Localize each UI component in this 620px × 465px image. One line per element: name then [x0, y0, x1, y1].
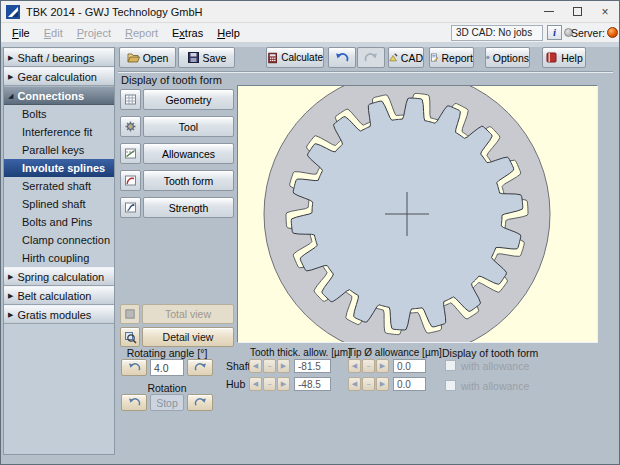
menu-report[interactable]: Report [118, 25, 165, 41]
module-sidebar: ▶Shaft / bearings▶Gear calculation◢Conne… [3, 47, 115, 455]
rotate-ccw-icon [128, 362, 141, 373]
window-title: TBK 2014 - GWJ Technology GmbH [26, 6, 202, 18]
hub-tip-stepper-reset[interactable]: − [362, 377, 375, 391]
menu-edit[interactable]: Edit [37, 25, 70, 41]
tooth-form-button[interactable]: Tooth form [143, 170, 234, 191]
rotate-ccw-button[interactable] [121, 359, 147, 376]
stop-button[interactable]: Stop [150, 394, 184, 411]
allowances-icon-button[interactable] [120, 143, 141, 164]
geometry-icon-button[interactable] [120, 89, 141, 110]
sidebar-item-clamp-connection[interactable]: Clamp connection [4, 231, 114, 249]
detail-view-button[interactable]: Detail view [142, 327, 234, 347]
sidebar-item-serrated-shaft[interactable]: Serrated shaft [4, 177, 114, 195]
stop-label: Stop [156, 397, 178, 409]
maximize-button[interactable] [563, 1, 591, 22]
maximize-icon [573, 7, 582, 16]
cad-label: CAD [401, 52, 423, 64]
sidebar-item-bolts[interactable]: Bolts [4, 105, 114, 123]
sidebar-item-interference-fit[interactable]: Interference fit [4, 123, 114, 141]
calculator-icon [267, 52, 278, 64]
hub-label: Hub [226, 378, 245, 390]
menu-extras[interactable]: Extras [165, 25, 210, 41]
magnifier-icon [124, 331, 137, 344]
hub-tip-stepper-prev[interactable]: ◀ [348, 377, 361, 391]
sidebar-header-connections[interactable]: ◢Connections [4, 86, 114, 105]
shaft-tip-stepper-prev[interactable]: ◀ [348, 359, 361, 373]
hub-tip-allowance-input[interactable] [393, 377, 426, 391]
collapsed-triangle-icon: ▶ [8, 311, 13, 319]
detail-view-icon-button[interactable] [120, 327, 140, 347]
with-allowance-checkbox-2[interactable] [445, 380, 456, 391]
tool-label: Tool [179, 121, 198, 133]
sidebar-header-shaft-bearings[interactable]: ▶Shaft / bearings [4, 48, 114, 67]
tool-gear-icon [124, 120, 137, 133]
sidebar-header-gear-calculation[interactable]: ▶Gear calculation [4, 67, 114, 86]
strength-label: Strength [169, 202, 209, 214]
section-title: Display of tooth form [121, 74, 222, 86]
redo-button[interactable] [357, 47, 385, 68]
shaft-tip-stepper-next[interactable]: ▶ [376, 359, 389, 373]
sidebar-item-parallel-keys[interactable]: Parallel keys [4, 141, 114, 159]
shaft-tip-stepper-reset[interactable]: − [362, 359, 375, 373]
redo-icon [364, 52, 378, 64]
strength-button[interactable]: Strength [143, 197, 234, 218]
menu-project[interactable]: Project [70, 25, 118, 41]
rotation-cw-button[interactable] [187, 394, 213, 411]
help-button[interactable]: Help [542, 47, 586, 68]
calculate-button[interactable]: Calculate [266, 47, 324, 68]
info-button[interactable]: i [547, 25, 562, 40]
sidebar-label: Splined shaft [22, 198, 86, 210]
strength-icon-button[interactable] [120, 197, 141, 218]
hub-thickness-allowance-input[interactable] [294, 377, 331, 391]
shaft-thickness-stepper-next[interactable]: ▶ [277, 359, 290, 373]
report-button[interactable]: Report [429, 47, 474, 68]
sidebar-header-gratis-modules[interactable]: ▶Gratis modules [4, 305, 114, 324]
undo-icon [335, 52, 349, 64]
sidebar-label: Hirth coupling [22, 252, 89, 264]
save-button[interactable]: Save [178, 47, 235, 68]
rotation-ccw-button[interactable] [121, 394, 147, 411]
cad-button[interactable]: CAD [388, 47, 424, 68]
rotate-cw-button[interactable] [187, 359, 213, 376]
display-tooth-form-label: Display of tooth form [442, 347, 538, 359]
report-document-icon [430, 51, 438, 64]
collapsed-triangle-icon: ▶ [8, 73, 13, 81]
help-book-icon [545, 51, 558, 64]
sidebar-item-involute-splines[interactable]: Involute splines [4, 159, 114, 177]
undo-button[interactable] [328, 47, 356, 68]
close-button[interactable]: × [591, 1, 619, 22]
rotation-cw-icon [194, 397, 207, 408]
open-label: Open [143, 52, 169, 64]
shaft-tip-allowance-input[interactable] [393, 359, 426, 373]
sidebar-label: Interference fit [22, 126, 92, 138]
shaft-thickness-allowance-input[interactable] [294, 359, 331, 373]
rotating-angle-input[interactable] [150, 359, 184, 376]
tool-icon-button[interactable] [120, 116, 141, 137]
total-view-button[interactable]: Total view [142, 304, 234, 324]
menu-help[interactable]: Help [210, 25, 247, 41]
shaft-thickness-stepper-prev[interactable]: ◀ [249, 359, 262, 373]
hub-thickness-stepper-prev[interactable]: ◀ [249, 377, 262, 391]
options-button[interactable]: Options [485, 47, 530, 68]
allowances-button[interactable]: Allowances [143, 143, 234, 164]
minimize-button[interactable] [535, 1, 563, 22]
tool-button[interactable]: Tool [143, 116, 234, 137]
hub-thickness-stepper-next[interactable]: ▶ [277, 377, 290, 391]
sidebar-item-splined-shaft[interactable]: Splined shaft [4, 195, 114, 213]
titlebar: TBK 2014 - GWJ Technology GmbH × [1, 1, 619, 23]
with-allowance-checkbox-1[interactable] [445, 360, 456, 371]
hub-tip-stepper-next[interactable]: ▶ [376, 377, 389, 391]
geometry-button[interactable]: Geometry [143, 89, 234, 110]
sidebar-label: Serrated shaft [22, 180, 91, 192]
shaft-thickness-stepper-reset[interactable]: − [263, 359, 276, 373]
sidebar-item-hirth-coupling[interactable]: Hirth coupling [4, 249, 114, 267]
menu-file[interactable]: File [5, 25, 37, 41]
open-button[interactable]: Open [119, 47, 176, 68]
tooth-form-icon-button[interactable] [120, 170, 141, 191]
hub-thickness-stepper-reset[interactable]: − [263, 377, 276, 391]
sidebar-header-belt-calculation[interactable]: ▶Belt calculation [4, 286, 114, 305]
sidebar-item-bolts-and-pins[interactable]: Bolts and Pins [4, 213, 114, 231]
app-logo-icon [6, 5, 20, 19]
sidebar-header-spring-calculation[interactable]: ▶Spring calculation [4, 267, 114, 286]
total-view-icon-button[interactable] [120, 304, 140, 324]
